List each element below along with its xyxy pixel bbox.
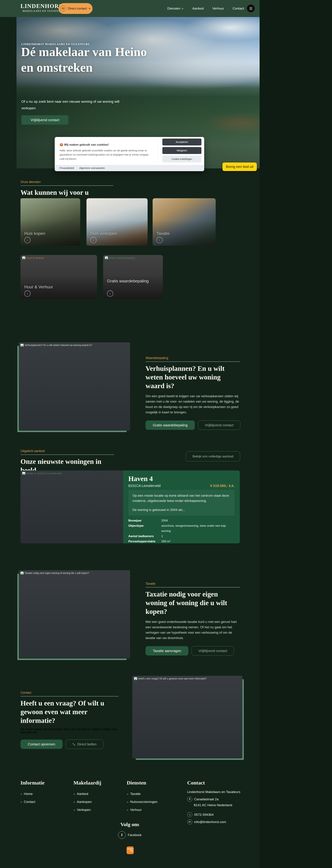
cookie-banner-title: 🍪 Wij maken gebruik van cookies! — [60, 143, 109, 147]
cookie-banner-footer: Privacybeleid Algemene voorwaarden — [55, 165, 204, 171]
footer-link-nutsvoorzieningen[interactable]: »Nutsvoorzieningen — [127, 800, 157, 804]
nav-item-verhuur[interactable]: Verhuur — [212, 7, 224, 10]
verkopen-link[interactable]: verkopen — [21, 106, 36, 110]
footer-col-title: Informatie — [21, 780, 44, 786]
broken-image-alt: Verhuisplannen? En u wilt weten hoeveel … — [21, 344, 92, 346]
contact-text: Contact Heeft u een vraag? Of wilt u gew… — [21, 691, 119, 749]
cookie-icon: 🍪 — [60, 143, 63, 146]
double-chevron-icon: » — [73, 800, 75, 804]
direct-bellen-button[interactable]: Direct bellen — [66, 740, 103, 749]
direct-contact-label: Direct contact — [68, 7, 87, 10]
double-chevron-icon: » — [21, 792, 22, 796]
listing-price: € 519.500,- k.k. — [210, 484, 235, 488]
footer-company: Lindenhorst Makelaars en Taxateurs — [187, 789, 240, 795]
hero-title: Dé makelaar van Heino en omstreken — [21, 44, 162, 75]
aanbod-eyebrow: Uitgelicht aanbod — [21, 449, 114, 453]
divider — [146, 587, 240, 587]
services-eyebrow: Onze diensten — [21, 180, 113, 184]
footer-phone[interactable]: 0572-394364 — [187, 812, 240, 817]
vrijblijvend-contact-button[interactable]: Vrijblijvend contact — [198, 421, 240, 430]
footer-link-contact[interactable]: »Contact — [21, 800, 44, 804]
privacy-link[interactable]: Privacybeleid — [60, 167, 74, 169]
location-pin-icon — [187, 797, 192, 802]
facebook-link[interactable]: f Facebook — [118, 831, 142, 839]
gratis-waardebepaling-button[interactable]: Gratis waardebepaling — [146, 421, 195, 430]
taxatie-aanvragen-button[interactable]: Taxatie aanvragen — [146, 646, 188, 655]
chevron-down-icon — [181, 8, 184, 9]
broken-image-icon — [22, 472, 25, 475]
footer-address-line2: 8141 AC Heino Nederland — [194, 803, 240, 808]
waardebepaling-image: Verhuisplannen? En u wilt weten hoeveel … — [19, 342, 130, 431]
terms-link[interactable]: Algemene voorwaarden — [79, 167, 105, 169]
phone-icon — [72, 743, 76, 746]
nav-item-aanbod[interactable]: Aanbod — [192, 7, 204, 10]
chevron-down-icon — [89, 8, 91, 9]
vrijblijvend-contact-button[interactable]: Vrijblijvend contact — [21, 115, 68, 125]
nav-item-diensten[interactable]: Diensten — [167, 7, 184, 10]
arrow-right-icon[interactable]: › — [90, 237, 96, 243]
taxatie-title: Taxatie nodig voor eigen woning of wonin… — [146, 590, 240, 616]
card-label: Huis kopen — [24, 231, 45, 236]
footer-link-taxatie[interactable]: »Taxatie — [127, 792, 157, 796]
card-label: Gratis waardebepaling — [107, 279, 149, 283]
phone-icon — [187, 812, 192, 817]
arrow-right-icon[interactable]: › — [24, 290, 31, 297]
contact-opnemen-button[interactable]: Contact opnemen — [21, 740, 62, 749]
footer-link-aankopen[interactable]: »Aankopen — [73, 800, 101, 804]
cookie-deny-button[interactable]: Weigeren — [162, 147, 202, 154]
direct-contact-button[interactable]: Direct contact — [59, 3, 93, 14]
footer-link-aanbod[interactable]: »Aanbod — [73, 792, 101, 796]
double-chevron-icon: » — [127, 800, 128, 804]
service-card-huis-kopen[interactable]: Huis kopen › — [21, 198, 80, 246]
broken-image-alt: Heeft u een vraag? Of wilt u gewoon even… — [134, 677, 207, 680]
service-card-huis-verkopen[interactable]: Huis verkopen › — [87, 198, 148, 246]
taxatie-eyebrow: Taxatie — [146, 582, 240, 586]
broken-image-alt: Huur & Verhuur — [22, 256, 44, 259]
listing-card[interactable]: Haven 4 8151CA Lemelerveld € 519.500,- k… — [123, 470, 240, 544]
arrow-right-icon[interactable]: › — [107, 290, 113, 297]
broken-image-icon — [105, 256, 108, 259]
cookie-settings-button[interactable]: Cookie-instellingen — [162, 156, 202, 162]
waardebepaling-text: Waardebepaling Verhuisplannen? En u wilt… — [146, 356, 240, 430]
nav-item-contact[interactable]: Contact — [233, 7, 244, 10]
nieuwe-woning-link[interactable]: nieuwe woning — [69, 100, 92, 103]
double-chevron-icon: » — [21, 800, 22, 804]
arrow-right-icon[interactable]: › — [156, 237, 163, 243]
envelope-icon — [60, 5, 66, 11]
vastgoednl-badge[interactable]: Vastgoed Ned. — [127, 846, 134, 854]
page: LINDENHORST MAKELAARS EN TAXATEURS Direc… — [0, 0, 260, 868]
double-chevron-icon: » — [73, 792, 75, 796]
vrijblijvend-contact-button[interactable]: Vrijblijvend contact — [191, 646, 234, 655]
listing-image[interactable]: Haven 4, 8151CA Lemelerveld — [21, 470, 123, 544]
cookie-accept-button[interactable]: Accepteren — [162, 138, 202, 146]
double-chevron-icon: » — [73, 808, 75, 812]
service-card-gratis-waardebepaling[interactable]: Gratis waardebepaling Gratis waardebepal… — [103, 255, 163, 299]
double-chevron-icon: » — [127, 792, 128, 796]
footer-link-verhuur[interactable]: »Verhuur — [127, 808, 157, 812]
service-card-huur-verhuur[interactable]: Huur & Verhuur Huur & Verhuur › — [21, 255, 97, 299]
service-card-taxatie[interactable]: Taxatie › — [153, 198, 216, 246]
divider — [21, 185, 113, 186]
contact-title: Heeft u een vraag? Of wilt u gewoon even… — [21, 699, 119, 725]
waardebepaling-title: Verhuisplannen? En u wilt weten hoeveel … — [146, 364, 240, 390]
view-all-listings-button[interactable]: Bekijk ons volledige aanbod — [186, 452, 240, 461]
hamburger-menu-button[interactable] — [247, 4, 255, 12]
waardebepaling-eyebrow: Waardebepaling — [146, 356, 240, 360]
broken-image-icon — [22, 256, 25, 259]
contact-image: Heeft u een vraag? Of wilt u gewoon even… — [132, 676, 242, 758]
facebook-icon: f — [118, 831, 126, 839]
broken-image-icon — [134, 677, 137, 680]
footer-col-makelaardij: Makelaardij »Aanbod »Aankopen »Verkopen — [73, 780, 101, 816]
footer-link-verkopen[interactable]: »Verkopen — [73, 808, 101, 812]
divider — [146, 362, 240, 362]
header: LINDENHORST MAKELAARS EN TAXATEURS Direc… — [0, 0, 260, 17]
footer-link-home[interactable]: »Home — [21, 792, 44, 796]
listing-title: Haven 4 — [128, 475, 235, 483]
breng-een-bod-uit-button[interactable]: Breng een bod uit — [222, 162, 257, 171]
arrow-right-icon[interactable]: › — [24, 237, 31, 243]
taxatie-paragraph: Met een goed onderbouwde taxatie kunt u … — [146, 619, 240, 641]
hero-intro: Of u nu op zoek bent naar een nieuwe won… — [21, 98, 127, 112]
divider — [21, 696, 119, 696]
card-label: Taxatie — [156, 231, 170, 236]
spec-row: Bouwjaar2004 — [128, 518, 235, 523]
